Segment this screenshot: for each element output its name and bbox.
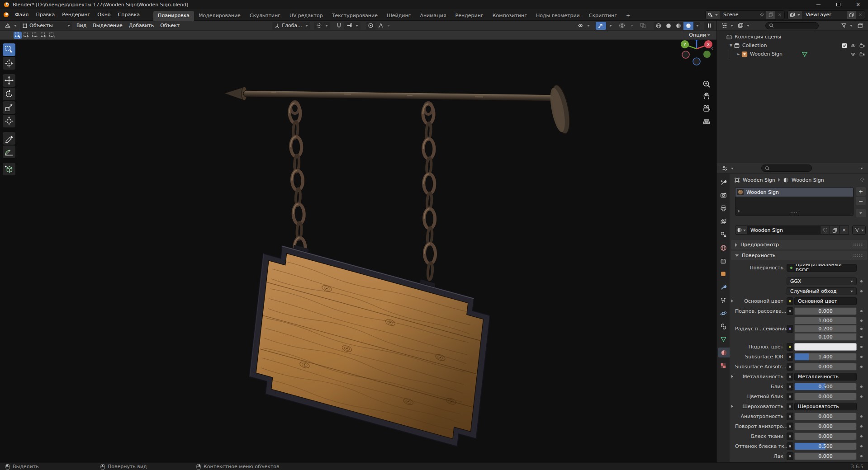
close-button[interactable]: ✕	[848, 0, 868, 9]
properties-tab-particles[interactable]	[718, 295, 729, 305]
menu-Рендеринг[interactable]: Рендеринг	[58, 10, 94, 19]
select-mode-invert[interactable]: ✕	[39, 32, 47, 39]
outliner-row-Wooden Sign[interactable]: ► Wooden Sign	[717, 50, 868, 58]
options-dropdown[interactable]: Опции	[686, 31, 713, 39]
shading-material-button[interactable]	[674, 22, 683, 30]
snap-settings-dropdown[interactable]	[344, 22, 360, 30]
gizmos-dropdown[interactable]	[607, 22, 613, 30]
camera-icon[interactable]	[859, 52, 865, 57]
outliner-row-Коллекция сцены[interactable]: Коллекция сцены	[717, 33, 868, 41]
transform-orientation-dropdown[interactable]: Глоба...	[272, 22, 310, 30]
socket-toggle[interactable]	[787, 393, 793, 400]
workspace-tab-Анимация[interactable]: Анимация	[415, 11, 451, 21]
proportional-editing-toggle[interactable]	[366, 22, 375, 30]
shading-rendered-button[interactable]	[683, 22, 693, 30]
pan-icon[interactable]	[702, 92, 711, 101]
outliner-filter-button[interactable]	[839, 22, 855, 30]
shading-wireframe-button[interactable]	[654, 22, 664, 30]
workspace-tab-Планировка[interactable]: Планировка	[153, 11, 194, 21]
menu-Правка[interactable]: Правка	[32, 10, 58, 19]
editor-type-button[interactable]	[2, 22, 19, 30]
tool-select-box[interactable]	[3, 43, 15, 56]
maximize-button[interactable]	[828, 0, 848, 9]
socket-toggle[interactable]	[787, 452, 793, 460]
pivot-point-dropdown[interactable]	[314, 22, 330, 30]
socket-toggle[interactable]	[787, 297, 793, 305]
fake-user-shield-icon[interactable]	[821, 226, 830, 235]
object-visibility-dropdown[interactable]	[575, 22, 592, 30]
texture-link-field[interactable]: Металличность	[794, 373, 857, 381]
properties-search-input[interactable]	[761, 164, 812, 172]
shading-dropdown[interactable]	[693, 22, 700, 30]
value-slider[interactable]: 0.500	[794, 383, 857, 390]
texture-link-field[interactable]: Принципиальный BSDF	[787, 264, 857, 272]
value-slider[interactable]: 0.100	[794, 333, 857, 341]
workspace-tab-Скриптинг[interactable]: Скриптинг	[584, 11, 621, 21]
value-slider[interactable]: 0.200	[794, 325, 857, 333]
properties-tab-collection[interactable]	[718, 256, 729, 266]
tool-transform[interactable]	[3, 115, 15, 127]
tool-scale[interactable]	[3, 101, 15, 114]
properties-tab-output[interactable]	[718, 203, 729, 213]
mode-dropdown[interactable]: Объекты	[20, 22, 72, 30]
value-slider[interactable]: 0.000	[794, 413, 857, 420]
viewport-menu-Добавить[interactable]: Добавить	[126, 23, 157, 28]
workspace-tab-Текстурирование[interactable]: Текстурирование	[327, 11, 382, 21]
properties-tab-scene[interactable]	[718, 230, 729, 240]
properties-editor-type-button[interactable]	[720, 164, 736, 172]
workspace-tab-Шейдинг[interactable]: Шейдинг	[382, 11, 415, 21]
viewlayer-selector[interactable]: ViewLayer ✕	[787, 10, 865, 19]
blender-menu-icon[interactable]	[3, 12, 9, 18]
value-slider[interactable]: 0.000	[794, 393, 857, 400]
pin-icon[interactable]	[757, 11, 766, 19]
tool-cursor[interactable]	[3, 57, 15, 70]
tool-annotate[interactable]	[3, 132, 15, 145]
dropdown-field[interactable]: GGX	[787, 277, 857, 285]
socket-toggle[interactable]	[787, 307, 793, 315]
remove-viewlayer-icon[interactable]: ✕	[856, 11, 865, 19]
workspace-tab-UV-редактор[interactable]: UV-редактор	[285, 11, 327, 21]
window-titlebar[interactable]: Blender* [D:\блендер\проекты 177\Wooden …	[0, 0, 868, 9]
menu-Окно[interactable]: Окно	[94, 10, 114, 19]
workspace-tab-Моделирование[interactable]: Моделирование	[194, 11, 245, 21]
duplicate-material-button[interactable]	[830, 226, 840, 235]
texture-link-field[interactable]: Шероховатость	[794, 403, 857, 410]
properties-tab-constraints[interactable]	[718, 321, 729, 331]
value-slider[interactable]: 0.000	[794, 363, 857, 371]
properties-tab-material[interactable]	[718, 348, 730, 357]
minimize-button[interactable]	[808, 0, 828, 9]
zoom-icon[interactable]	[702, 80, 711, 89]
unlink-material-button[interactable]: ✕	[840, 226, 849, 235]
pause-render-button[interactable]	[704, 22, 714, 30]
menu-Справка[interactable]: Справка	[114, 10, 143, 19]
value-slider[interactable]: 0.000	[794, 452, 857, 460]
tool-move[interactable]	[3, 74, 15, 87]
value-slider[interactable]: 0.000	[794, 307, 857, 315]
color-swatch[interactable]	[794, 343, 857, 351]
socket-toggle[interactable]	[787, 423, 793, 430]
slot-list-grip[interactable]	[790, 212, 798, 215]
tool-measure[interactable]	[3, 146, 15, 158]
duplicate-scene-icon[interactable]	[766, 11, 775, 19]
xray-toggle[interactable]	[638, 22, 648, 30]
socket-toggle[interactable]	[787, 353, 793, 361]
outliner-row-Collection[interactable]: ▼ Collection	[717, 41, 868, 50]
camera-view-icon[interactable]	[702, 104, 711, 113]
overlays-toggle[interactable]	[617, 22, 627, 30]
pin-icon[interactable]	[859, 177, 865, 183]
material-browse-button[interactable]	[735, 226, 747, 235]
properties-tab-modifiers[interactable]	[718, 282, 729, 292]
workspace-tab-Скульптинг[interactable]: Скульптинг	[245, 11, 285, 21]
eye-icon[interactable]	[850, 43, 856, 48]
properties-tab-object-data[interactable]	[718, 334, 729, 344]
select-mode-new[interactable]	[14, 32, 22, 39]
remove-slot-button[interactable]: −	[856, 197, 866, 205]
properties-options-dropdown[interactable]	[857, 164, 865, 172]
material-name-field[interactable]: Wooden Sign	[747, 226, 821, 235]
value-slider[interactable]: 0.000	[794, 423, 857, 430]
select-mode-intersect[interactable]: ∩	[48, 32, 56, 39]
value-slider[interactable]: 1.400	[794, 353, 857, 361]
gizmos-toggle[interactable]	[596, 22, 606, 30]
viewlayer-name[interactable]: ViewLayer	[802, 12, 847, 18]
workspace-tab-Композитинг[interactable]: Композитинг	[488, 11, 531, 21]
